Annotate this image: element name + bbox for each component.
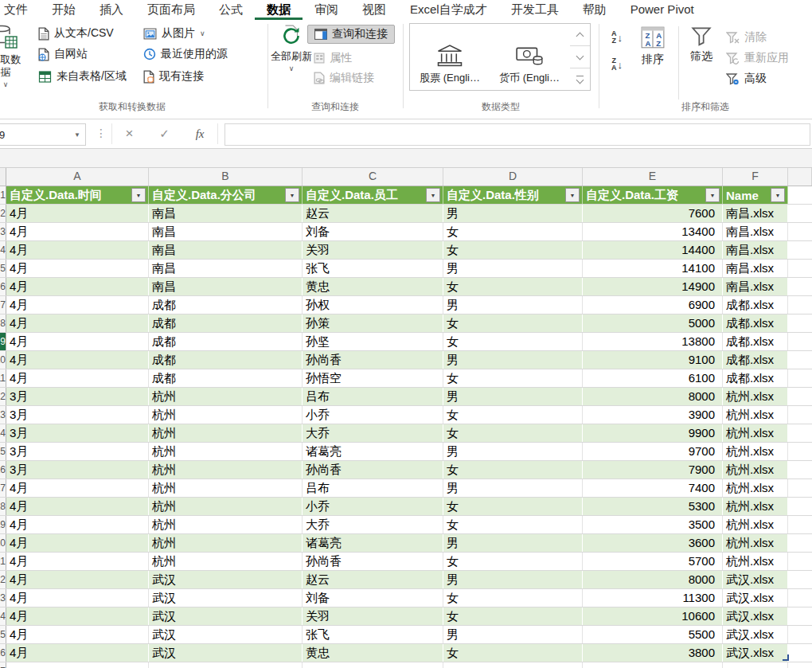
cell-D12[interactable]: 男 <box>443 388 583 405</box>
reapply-filter-button[interactable]: 重新应用 <box>723 49 792 67</box>
column-header-C[interactable]: C <box>303 168 443 186</box>
cell-F10[interactable]: 成都.xlsx <box>723 351 788 369</box>
cell-filler[interactable] <box>788 314 812 332</box>
cell-C23[interactable]: 刘备 <box>303 589 443 607</box>
table-header-cell-4[interactable]: 自定义.Data.工资▼ <box>583 186 723 204</box>
cell-D9[interactable]: 女 <box>443 333 583 350</box>
row-header-27[interactable]: 27 <box>0 662 6 668</box>
cell-D11[interactable]: 女 <box>443 369 583 387</box>
ribbon-tab-0[interactable]: 文件 <box>0 0 40 20</box>
cell-B13[interactable]: 杭州 <box>149 406 303 424</box>
cell-A23[interactable]: 4月 <box>6 589 149 607</box>
cell-C22[interactable]: 赵云 <box>303 571 443 588</box>
cell-A20[interactable]: 4月 <box>6 534 149 552</box>
cell-F8[interactable]: 成都.xlsx <box>723 314 788 332</box>
cell-E23[interactable]: 11300 <box>583 589 723 607</box>
cell-E4[interactable]: 14400 <box>583 241 723 259</box>
column-header-partial[interactable] <box>788 168 812 186</box>
cell-D3[interactable]: 女 <box>443 223 583 240</box>
cell-filler[interactable] <box>788 406 812 424</box>
cell-filler[interactable] <box>788 388 812 405</box>
stocks-data-type[interactable]: 股票 (Engli… <box>410 24 490 90</box>
cell-C6[interactable]: 黄忠 <box>303 278 443 295</box>
cell-C12[interactable]: 吕布 <box>303 388 443 405</box>
cell-filler[interactable] <box>788 534 812 552</box>
queries-connections-toggle[interactable]: 查询和连接 <box>307 25 395 44</box>
cell-F7[interactable]: 成都.xlsx <box>723 296 788 314</box>
cell-A4[interactable]: 4月 <box>6 241 149 259</box>
cell-F19[interactable]: 杭州.xlsx <box>723 516 788 533</box>
filter-dropdown-icon[interactable]: ▼ <box>131 188 146 202</box>
cell-D23[interactable]: 女 <box>443 589 583 607</box>
row-header-10[interactable]: 10 <box>0 351 6 369</box>
cell-F21[interactable]: 杭州.xlsx <box>723 553 788 570</box>
cell-A22[interactable]: 4月 <box>6 571 149 588</box>
cell-A26[interactable]: 4月 <box>6 644 149 662</box>
existing-connections-button[interactable]: 现有连接 <box>140 68 207 85</box>
cell-F25[interactable]: 武汉.xlsx <box>723 626 788 643</box>
cell-E24[interactable]: 10600 <box>583 607 723 625</box>
ribbon-tab-6[interactable]: 审阅 <box>303 0 350 20</box>
cell-B2[interactable]: 南昌 <box>149 205 303 222</box>
cell-F23[interactable]: 武汉.xlsx <box>723 589 788 607</box>
filter-dropdown-icon[interactable]: ▼ <box>426 188 440 202</box>
cell-C19[interactable]: 大乔 <box>303 516 443 533</box>
gallery-up-icon[interactable] <box>570 24 590 46</box>
cell-filler[interactable] <box>788 553 812 570</box>
row-header-3[interactable]: 3 <box>0 223 6 240</box>
cell-C18[interactable]: 小乔 <box>303 498 443 515</box>
cell-filler[interactable] <box>788 516 812 533</box>
filter-button[interactable]: 筛选 <box>683 23 720 93</box>
cell-B20[interactable]: 杭州 <box>149 534 303 552</box>
cell-E14[interactable]: 9900 <box>583 424 723 442</box>
cell-A17[interactable]: 4月 <box>6 479 149 497</box>
name-box-dropdown-icon[interactable]: ▼ <box>74 131 80 139</box>
ribbon-tab-8[interactable]: Excel自学成才 <box>398 0 499 20</box>
cell-filler[interactable] <box>788 626 812 643</box>
advanced-filter-button[interactable]: 高级 <box>723 70 770 88</box>
cell-B16[interactable]: 杭州 <box>149 461 303 479</box>
empty-cell[interactable] <box>723 662 788 668</box>
recent-sources-button[interactable]: 最近使用的源 <box>140 45 231 63</box>
cell-B18[interactable]: 杭州 <box>149 498 303 515</box>
cell-F17[interactable]: 杭州.xlsx <box>723 479 788 497</box>
cell-A18[interactable]: 4月 <box>6 498 149 515</box>
from-picture-button[interactable]: 从图片 ∨ <box>140 25 209 42</box>
cell-E12[interactable]: 8000 <box>583 388 723 405</box>
cell-B21[interactable]: 杭州 <box>149 553 303 570</box>
cell-E7[interactable]: 6900 <box>583 296 723 314</box>
cell-filler[interactable] <box>788 351 812 369</box>
cell-C16[interactable]: 孙尚香 <box>303 461 443 479</box>
cell-E17[interactable]: 7400 <box>583 479 723 497</box>
currency-data-type[interactable]: 货币 (Engli… <box>490 24 569 90</box>
row-header-22[interactable]: 22 <box>0 571 6 588</box>
cell-E22[interactable]: 8000 <box>583 571 723 588</box>
cell-E15[interactable]: 9700 <box>583 443 723 460</box>
cell-F4[interactable]: 南昌.xlsx <box>723 241 788 259</box>
cell-F20[interactable]: 杭州.xlsx <box>723 534 788 552</box>
cell-D18[interactable]: 女 <box>443 498 583 515</box>
from-text-csv-button[interactable]: 从文本/CSV <box>35 25 117 42</box>
cell-B25[interactable]: 武汉 <box>149 626 303 643</box>
cell-F22[interactable]: 武汉.xlsx <box>723 571 788 588</box>
ribbon-tab-7[interactable]: 视图 <box>350 0 398 20</box>
cell-B3[interactable]: 南昌 <box>149 223 303 240</box>
cell-E2[interactable]: 7600 <box>583 205 723 222</box>
cell-F24[interactable]: 武汉.xlsx <box>723 607 788 625</box>
cell-A24[interactable]: 4月 <box>6 607 149 625</box>
cell-E8[interactable]: 5000 <box>583 314 723 332</box>
cell-filler[interactable] <box>788 186 812 204</box>
row-header-26[interactable]: 26 <box>0 644 6 662</box>
cell-E25[interactable]: 5500 <box>583 626 723 643</box>
cell-D7[interactable]: 男 <box>443 296 583 314</box>
cell-A15[interactable]: 3月 <box>6 443 149 460</box>
cell-F14[interactable]: 杭州.xlsx <box>723 424 788 442</box>
ribbon-tab-1[interactable]: 开始 <box>40 0 88 20</box>
row-header-2[interactable]: 2 <box>0 205 6 222</box>
column-header-D[interactable]: D <box>443 168 583 186</box>
cell-E6[interactable]: 14900 <box>583 278 723 295</box>
cell-D17[interactable]: 男 <box>443 479 583 497</box>
cell-E3[interactable]: 13400 <box>583 223 723 240</box>
cell-A14[interactable]: 3月 <box>6 424 149 442</box>
empty-cell[interactable] <box>443 662 583 668</box>
